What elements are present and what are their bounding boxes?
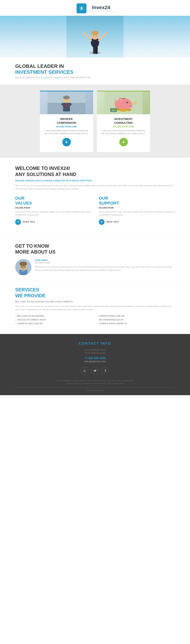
svg-point-10 (91, 30, 99, 35)
values-heading: OURVALUES (15, 196, 91, 206)
contact-address-1: 8916 HARMONS ROAD (15, 348, 175, 352)
card-investment-btn[interactable]: + (119, 138, 128, 146)
svg-point-20 (67, 103, 72, 106)
support-col: OURSUPPORT DOLORE IPSUM Lorem ipsum dolo… (99, 196, 175, 225)
service-arrow-icon-3: › (15, 322, 16, 325)
service-label-3: COMHIETUS MES CUML DIA (17, 322, 43, 325)
svg-point-42 (20, 262, 27, 266)
card-broker-subtitle: DOLORE IPSUM OCME (44, 126, 89, 128)
contact-phone: +1 800 559 6580 (15, 356, 175, 360)
svg-point-23 (128, 104, 133, 108)
service-arrow-icon-5: › (97, 319, 98, 321)
more-info-values-circle[interactable]: + (15, 219, 21, 225)
svg-point-25 (130, 105, 132, 106)
services-col1: › MES CUML DIA SED IHEIRIASI › IHGE DOLO… (15, 315, 93, 326)
person-avatar-img (15, 259, 31, 275)
hero-text-section: GLOBAL LEADER IN INVESTMENT SERVICES QUI… (0, 58, 190, 85)
support-sub: DOLORE IPSUM (99, 207, 175, 209)
svg-point-46 (21, 267, 22, 268)
card-investment: $$$ INVESTMENTCONSULTING DOLORE IPSUM OC… (97, 91, 150, 152)
brand-tagline: INVESTMENT COMPANY (89, 10, 114, 12)
hero-section (0, 16, 190, 58)
svg-point-19 (61, 103, 66, 106)
services-intro: MES CUML DIA SED IHEIRIASI DOLORE IPSUM … (15, 301, 175, 303)
svg-point-32 (127, 109, 132, 111)
card-investment-photo: $$$ (97, 92, 150, 114)
about-heading: GET TO KNOWMORE ABOUT US (15, 243, 175, 255)
contact-heading: CONTACT INFO (15, 342, 175, 346)
more-info-support-label: MORE INFO (106, 221, 119, 223)
card-investment-text: Lorem ipsum dolor sit amet, consectetur … (101, 129, 146, 135)
social-facebook[interactable] (102, 367, 109, 374)
card-investment-body: INVESTMENTCONSULTING DOLORE IPSUM OCME L… (97, 114, 150, 135)
service-label-5: SED IHEIRIASIHGE DOLOR (99, 319, 123, 321)
svg-point-24 (129, 105, 130, 106)
social-rss[interactable] (81, 367, 88, 374)
social-twitter[interactable] (91, 367, 99, 374)
card-broker: BROKERCOMPARISON DOLORE IPSUM OCME Lorem… (40, 91, 93, 152)
social-icons-row (15, 367, 175, 374)
service-item-2: › IHGE DOLOR COMMETE IPSUM (15, 319, 93, 321)
svg-point-29 (120, 98, 122, 102)
person-card: DAVE SMITH DOLORE IPSUM Mes cuml dia sed… (15, 259, 175, 275)
services-list-row: › MES CUML DIA SED IHEIRIASI › IHGE DOLO… (15, 315, 175, 326)
broker-illustration (48, 92, 86, 114)
svg-point-12 (96, 35, 97, 36)
svg-point-11 (93, 35, 94, 36)
support-text: Lorem ipsum dolor sit amet, consectetur … (99, 210, 175, 216)
svg-rect-30 (122, 98, 125, 99)
card-broker-btn[interactable]: + (62, 138, 71, 146)
more-info-support-circle[interactable]: + (99, 219, 104, 225)
service-label-4: COMHIETUS MES CUML DIA (99, 315, 124, 317)
svg-text:$: $ (81, 7, 82, 10)
hero-line1: GLOBAL LEADER IN (15, 63, 64, 69)
welcome-heading: WELCOME TO INVEX24!ANY SOLUTIONS AT HAND (15, 165, 175, 177)
card-broker-text: Lorem ipsum dolor sit amet, consectetur … (44, 129, 89, 135)
card-investment-subtitle: DOLORE IPSUM OCME (101, 126, 146, 128)
values-support-row: OURVALUES DOLORE IPSUM Lorem ipsum dolor… (15, 196, 175, 225)
hero-line2: INVESTMENT SERVICES (15, 69, 73, 75)
hero-heading: GLOBAL LEADER IN INVESTMENT SERVICES (15, 63, 175, 75)
investment-illustration: $$$ (104, 92, 142, 114)
hero-subtitle: QUISQUE GRAVIDA FELIS EU MASSA CONSECTET… (15, 76, 175, 79)
cards-section: BROKERCOMPARISON DOLORE IPSUM OCME Lorem… (0, 85, 190, 158)
welcome-text: Mes cuml dia sed ut id praised ingente a… (15, 184, 175, 190)
hero-illustration (66, 16, 124, 58)
footer: CONTACT INFO 8916 HARMONS ROAD YOUR WEBS… (0, 334, 190, 395)
service-item-4: › COMHIETUS MES CUML DIA (97, 315, 175, 317)
footer-divider: © 2019 | Privacy Policy (15, 388, 175, 392)
service-arrow-icon-4: › (97, 315, 98, 317)
more-info-support[interactable]: + MORE INFO (99, 219, 119, 225)
footer-disclaimer: You're receiving this email because you … (55, 379, 135, 385)
service-label-1: MES CUML DIA SED IHEIRIASI (17, 315, 44, 317)
values-text: Lorem ipsum dolor sit amet, consectetur … (15, 210, 91, 216)
facebook-icon (104, 369, 107, 372)
card-broker-photo (40, 92, 93, 114)
twitter-icon (94, 369, 96, 372)
person-info: DAVE SMITH DOLORE IPSUM Mes cuml dia sed… (35, 259, 175, 272)
services-section: SERVICESWE PROVIDE MES CUML DIA SED IHEI… (0, 281, 190, 334)
svg-point-27 (127, 102, 128, 103)
person-role: DOLORE IPSUM (35, 262, 175, 264)
service-label-6: COMMETE IPSUM COMHIETUS. (99, 322, 128, 325)
copyright: © 2019 | Privacy Policy (15, 390, 175, 392)
more-info-values[interactable]: + MORE INFO (15, 219, 35, 225)
svg-text:$$$: $$$ (112, 110, 115, 111)
person-avatar (15, 259, 31, 275)
support-heading: OURSUPPORT (99, 196, 175, 206)
values-sub: DOLORE IPSUM (15, 207, 91, 209)
logo-icon: $ (76, 4, 86, 13)
welcome-section: WELCOME TO INVEX24!ANY SOLUTIONS AT HAND… (0, 158, 190, 237)
svg-point-33 (120, 109, 127, 112)
about-section: GET TO KNOWMORE ABOUT US (0, 237, 190, 281)
service-arrow-icon-6: › (97, 322, 98, 325)
logo-box: $ Invex24 INVESTMENT COMPANY (76, 4, 114, 13)
card-broker-body: BROKERCOMPARISON DOLORE IPSUM OCME Lorem… (40, 114, 93, 135)
svg-point-18 (63, 96, 70, 100)
services-col2: › COMHIETUS MES CUML DIA › SED IHEIRIASI… (97, 315, 175, 326)
services-heading: SERVICESWE PROVIDE (15, 287, 175, 299)
service-item-5: › SED IHEIRIASIHGE DOLOR (97, 319, 175, 321)
brand-name: Invex24 (89, 4, 114, 10)
person-name: DAVE SMITH (35, 259, 175, 261)
service-label-2: IHGE DOLOR COMMETE IPSUM (17, 319, 46, 321)
